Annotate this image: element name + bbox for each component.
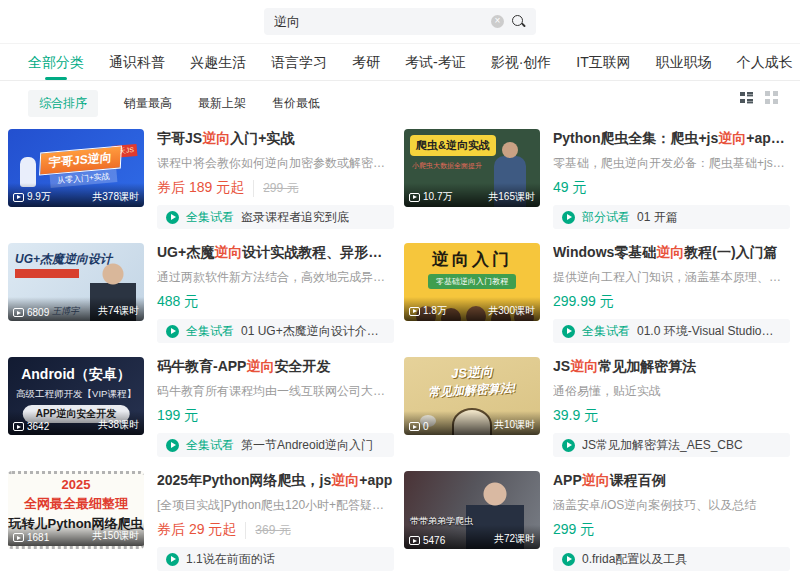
category-tab-label: 全部分类 (28, 54, 84, 70)
view-count-value: 5476 (423, 535, 445, 546)
course-title[interactable]: 码牛教育-APP逆向安全开发 (157, 358, 394, 376)
course-thumbnail[interactable]: 玩转儿Python网络爬虫全网最全最细整理2025 1681 共150课时 (8, 471, 144, 549)
course-thumbnail[interactable]: APP逆向安全开发高级工程师开发【VIP课程】Android（安卓） 3642 … (8, 357, 144, 435)
course-desc: 码牛教育所有课程均由一线互联网公司大牛精心研发 (157, 383, 394, 400)
thumbnail-text: 小爬虫大数据全面提升 (412, 161, 482, 171)
course-price: 299 元 (553, 521, 594, 539)
play-circle-icon (562, 439, 575, 452)
course-card[interactable]: 常见加解密算法!JS逆向 0 共10课时 JS逆向常见加解密算法 通俗易懂，贴近… (404, 357, 790, 457)
category-tab-label: IT互联网 (576, 54, 630, 70)
lesson-count: 共10课时 (494, 418, 535, 432)
trial-bar[interactable]: 部分试看 01 开篇 (553, 205, 790, 229)
course-title[interactable]: JS逆向常见加解密算法 (553, 358, 790, 376)
category-tab-label: 语言学习 (271, 54, 327, 70)
course-title[interactable]: UG+杰魔逆向设计实战教程、异形曲面抄数逆向建模 (157, 244, 394, 262)
view-count: 1681 (13, 532, 49, 543)
view-count: 9.9万 (13, 190, 51, 204)
trial-chapter: JS常见加解密算法_AES_CBC (582, 437, 743, 454)
course-title[interactable]: Python爬虫全集：爬虫+js逆向+app逆向 (553, 130, 790, 148)
trial-badge: 部分试看 (582, 209, 630, 226)
play-circle-icon (166, 553, 179, 566)
course-thumbnail[interactable]: 7天JS从零入门+实战宇哥JS逆向 9.9万 共378课时 (8, 129, 144, 207)
category-tab[interactable]: 职业职场 (656, 54, 712, 80)
lesson-count: 共38课时 (98, 418, 139, 432)
course-title[interactable]: 2025年Python网络爬虫，js逆向+app (157, 472, 394, 490)
thumbnail-overlay: 5476 共72课时 (404, 525, 540, 549)
course-card[interactable]: 零基础逆向入门教程逆向入门 1.8万 共300课时 Windows零基础逆向教程… (404, 243, 790, 343)
course-price-original: 369 元 (245, 522, 290, 539)
course-card[interactable]: 王博宇UG+杰魔逆向设计 6809 共74课时 UG+杰魔逆向设计实战教程、异形… (8, 243, 394, 343)
course-title[interactable]: Windows零基础逆向教程(一)入门篇 (553, 244, 790, 262)
course-card[interactable]: 小爬虫大数据全面提升爬虫&逆向实战 10.7万 共165课时 Python爬虫全… (404, 129, 790, 229)
course-thumbnail[interactable]: 常见加解密算法!JS逆向 0 共10课时 (404, 357, 540, 435)
course-card[interactable]: 玩转儿Python网络爬虫全网最全最细整理2025 1681 共150课时 20… (8, 471, 394, 571)
course-card[interactable]: APP逆向安全开发高级工程师开发【VIP课程】Android（安卓） 3642 … (8, 357, 394, 457)
trial-bar[interactable]: JS常见加解密算法_AES_CBC (553, 433, 790, 457)
course-price-row: 39.9 元 (553, 407, 790, 425)
category-tab[interactable]: 通识科普 (109, 54, 165, 80)
category-tab[interactable]: 考试-考证 (405, 54, 466, 80)
search-input[interactable] (274, 14, 484, 29)
trial-chapter: 01 开篇 (637, 209, 678, 226)
course-desc: 课程中将会教你如何逆向加密参数或解密密文参数 (157, 155, 394, 172)
category-tab[interactable]: 个人成长 (737, 54, 793, 80)
sort-filter[interactable]: 售价最低 (272, 95, 320, 112)
trial-bar[interactable]: 1.1说在前面的话 (157, 547, 394, 571)
category-tab[interactable]: 兴趣生活 (190, 54, 246, 80)
course-info: Windows零基础逆向教程(一)入门篇 提供逆向工程入门知识，涵盖基本原理、工… (553, 243, 790, 343)
trial-bar[interactable]: 全集试看 01.0 环境-Visual Studio配置搭建 (553, 319, 790, 343)
play-circle-icon (562, 211, 575, 224)
search-bar[interactable]: × (264, 8, 536, 35)
active-tab-underline (45, 77, 67, 80)
course-price: 199 元 (157, 407, 198, 425)
lesson-count: 共72课时 (494, 532, 535, 546)
trial-bar[interactable]: 全集试看 第一节Andreoid逆向入门 (157, 433, 394, 457)
category-tab[interactable]: 全部分类 (28, 54, 84, 80)
view-count: 10.7万 (409, 190, 452, 204)
category-tab-label: 职业职场 (656, 54, 712, 70)
thumbnail-text: 高级工程师开发【VIP课程】 (8, 388, 144, 401)
category-tab[interactable]: 影视·创作 (491, 54, 552, 80)
course-desc: 提供逆向工程入门知识，涵盖基本原理、工具使用和实践案例。 (553, 269, 790, 286)
course-card[interactable]: 带带弟弟学爬虫 5476 共72课时 APP逆向课程百例 涵盖安卓/iOS逆向案… (404, 471, 790, 571)
trial-bar[interactable]: 0.frida配置以及工具 (553, 547, 790, 571)
course-thumbnail[interactable]: 王博宇UG+杰魔逆向设计 6809 共74课时 (8, 243, 144, 321)
list-view-icon[interactable] (740, 91, 753, 104)
course-info: 2025年Python网络爬虫，js逆向+app [全项目实战]Python爬虫… (157, 471, 394, 571)
course-price: 488 元 (157, 293, 198, 311)
lesson-count: 共378课时 (92, 190, 139, 204)
thumbnail-overlay: 9.9万 共378课时 (8, 183, 144, 207)
course-thumbnail[interactable]: 带带弟弟学爬虫 5476 共72课时 (404, 471, 540, 549)
sort-filter[interactable]: 最新上架 (198, 95, 246, 112)
clear-icon[interactable]: × (491, 15, 504, 28)
course-thumbnail[interactable]: 小爬虫大数据全面提升爬虫&逆向实战 10.7万 共165课时 (404, 129, 540, 207)
thumbnail-text: 常见加解密算法! (428, 380, 517, 402)
category-tab[interactable]: 考研 (352, 54, 380, 80)
course-title[interactable]: 宇哥JS逆向入门+实战 (157, 130, 394, 148)
sort-filter[interactable]: 销量最高 (124, 95, 172, 112)
category-tab-label: 兴趣生活 (190, 54, 246, 70)
course-thumbnail[interactable]: 零基础逆向入门教程逆向入门 1.8万 共300课时 (404, 243, 540, 321)
trial-bar[interactable]: 全集试看 盗录课程者追究到底 (157, 205, 394, 229)
trial-chapter: 01.0 环境-Visual Studio配置搭建 (637, 323, 781, 340)
view-count-value: 10.7万 (423, 190, 452, 204)
grid-view-icon[interactable] (765, 91, 778, 104)
category-tab-label: 个人成长 (737, 54, 793, 70)
sort-filter[interactable]: 综合排序 (28, 90, 98, 117)
course-price: 券后 189 元起 (157, 179, 244, 197)
play-video-icon (13, 533, 24, 542)
category-tab[interactable]: IT互联网 (576, 54, 630, 80)
thumbnail-text: 带带弟弟学爬虫 (410, 515, 473, 528)
thumbnail-text: 全网最全最细整理 (8, 495, 144, 513)
play-circle-icon (166, 439, 179, 452)
trial-badge: 全集试看 (186, 437, 234, 454)
view-count-value: 1.8万 (423, 304, 447, 318)
course-title[interactable]: APP逆向课程百例 (553, 472, 790, 490)
play-video-icon (409, 536, 420, 545)
trial-bar[interactable]: 全集试看 01 UG+杰魔逆向设计介绍（必看） (157, 319, 394, 343)
search-icon[interactable] (511, 14, 526, 29)
course-card[interactable]: 7天JS从零入门+实战宇哥JS逆向 9.9万 共378课时 宇哥JS逆向入门+实… (8, 129, 394, 229)
category-tab[interactable]: 语言学习 (271, 54, 327, 80)
active-tab-underline (510, 77, 532, 80)
thumbnail-overlay: 10.7万 共165课时 (404, 183, 540, 207)
